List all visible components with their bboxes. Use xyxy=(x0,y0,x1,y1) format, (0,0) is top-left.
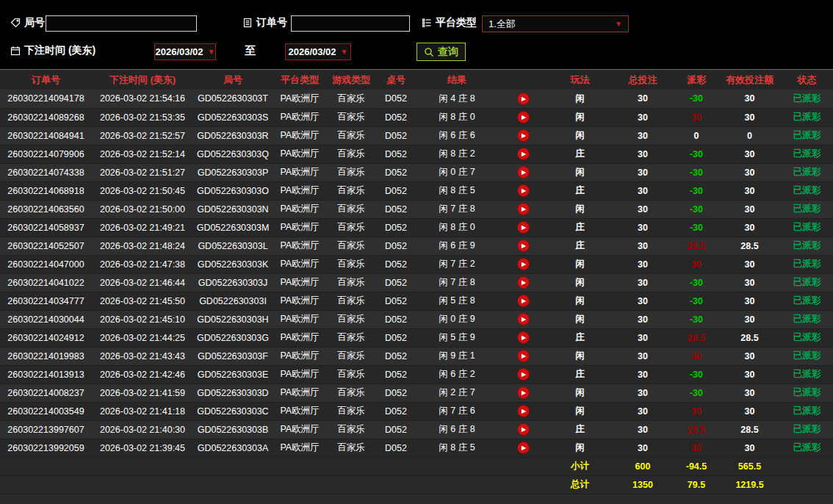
cell-play: 闲 xyxy=(549,310,611,328)
cell-order: 260302214074338 xyxy=(0,163,92,181)
cell-platform: PA欧洲厅 xyxy=(273,402,327,420)
cell-table-no: D052 xyxy=(375,384,416,402)
cell-platform: PA欧洲厅 xyxy=(273,255,327,273)
subtotal-label: 小计 xyxy=(549,457,611,475)
cell-total-bet: 30 xyxy=(611,145,674,163)
cell-status: 已派彩 xyxy=(781,402,833,420)
cell-payout: 0 xyxy=(674,126,718,145)
grand-total-label: 总计 xyxy=(549,475,611,494)
records-tbody: 2603022140941782026-03-02 21:54:16GD0522… xyxy=(0,90,833,457)
column-header: 桌号 xyxy=(375,70,416,90)
replay-button[interactable]: ▶ xyxy=(517,166,530,179)
date-to-picker[interactable]: 2026/03/02 ▼ xyxy=(285,43,351,60)
cell-round: GD0522630303M xyxy=(193,218,273,237)
grand-total-total-bet: 1350 xyxy=(611,475,674,494)
record-row: 2603022140635602026-03-02 21:50:00GD0522… xyxy=(0,200,833,218)
cell-table-no: D052 xyxy=(375,310,416,328)
subtotal-row: 小计 600 -94.5 565.5 xyxy=(0,457,833,475)
cell-round: GD0522630303A xyxy=(193,439,273,457)
chevron-down-icon: ▼ xyxy=(208,48,215,56)
replay-button[interactable]: ▶ xyxy=(517,111,530,123)
cell-table-no: D052 xyxy=(375,181,416,200)
chevron-down-icon: ▼ xyxy=(341,48,348,56)
date-to-value: 2026/03/02 xyxy=(289,46,336,57)
cell-result: 闲 4 庄 8 xyxy=(416,90,497,108)
date-from-picker[interactable]: 2026/03/02 ▼ xyxy=(154,43,216,60)
replay-button[interactable]: ▶ xyxy=(517,203,530,215)
cell-valid-bet: 28.5 xyxy=(718,328,781,347)
cell-game: 百家乐 xyxy=(327,218,375,237)
order-number-input[interactable] xyxy=(291,15,410,32)
replay-cell: ▶ xyxy=(497,292,549,310)
cell-platform: PA欧洲厅 xyxy=(273,218,327,237)
record-row: 2603022140892682026-03-02 21:53:35GD0522… xyxy=(0,108,833,126)
replay-button[interactable]: ▶ xyxy=(517,331,530,344)
cell-valid-bet: 30 xyxy=(718,218,781,237)
replay-button[interactable]: ▶ xyxy=(517,240,530,252)
query-button[interactable]: 查询 xyxy=(416,43,466,61)
cell-payout: 28.5 xyxy=(674,237,718,255)
replay-button[interactable]: ▶ xyxy=(517,442,530,454)
replay-button[interactable]: ▶ xyxy=(517,423,530,436)
cell-table-no: D052 xyxy=(375,439,416,457)
replay-button[interactable]: ▶ xyxy=(517,221,530,234)
header-row: 订单号下注时间 (美东)局号平台类型游戏类型桌号结果玩法总投注派彩有效投注额状态 xyxy=(0,70,833,90)
cell-play: 闲 xyxy=(549,292,611,310)
replay-button[interactable]: ▶ xyxy=(517,313,530,325)
cell-valid-bet: 30 xyxy=(718,402,781,420)
replay-button[interactable]: ▶ xyxy=(517,405,530,417)
replay-button[interactable]: ▶ xyxy=(517,368,530,381)
cell-valid-bet: 30 xyxy=(718,347,781,365)
cell-status: 已派彩 xyxy=(781,420,833,439)
cell-order: 260302214084941 xyxy=(0,126,92,145)
replay-cell: ▶ xyxy=(497,237,549,255)
cell-order: 260302214094178 xyxy=(0,90,92,108)
cell-result: 闲 6 庄 8 xyxy=(416,420,497,439)
cell-round: GD0522630303R xyxy=(193,126,273,145)
cell-game: 百家乐 xyxy=(327,402,375,420)
cell-round: GD0522630303O xyxy=(193,181,273,200)
search-icon xyxy=(424,47,434,57)
cell-time: 2026-03-02 21:48:24 xyxy=(92,237,193,255)
cell-table-no: D052 xyxy=(375,255,416,273)
column-header: 下注时间 (美东) xyxy=(92,70,193,90)
cell-payout: 30 xyxy=(674,255,718,273)
cell-payout: -30 xyxy=(674,90,718,108)
record-row: 2603022140849412026-03-02 21:52:57GD0522… xyxy=(0,126,833,145)
cell-order: 260302213997607 xyxy=(0,420,92,439)
cell-game: 百家乐 xyxy=(327,439,375,457)
cell-status: 已派彩 xyxy=(781,145,833,163)
replay-button[interactable]: ▶ xyxy=(517,93,530,105)
replay-button[interactable]: ▶ xyxy=(517,276,530,289)
column-header xyxy=(497,70,549,90)
record-row: 2603022140082372026-03-02 21:41:59GD0522… xyxy=(0,384,833,402)
date-to-separator: 至 xyxy=(245,44,256,58)
date-from-value: 2026/03/02 xyxy=(156,46,203,57)
bet-time-label: 下注时间 (美东) xyxy=(10,44,95,57)
cell-time: 2026-03-02 21:41:18 xyxy=(92,402,193,420)
cell-total-bet: 30 xyxy=(611,292,674,310)
replay-button[interactable]: ▶ xyxy=(517,295,530,307)
replay-button[interactable]: ▶ xyxy=(517,148,530,160)
cell-platform: PA欧洲厅 xyxy=(273,145,327,163)
cell-game: 百家乐 xyxy=(327,237,375,255)
replay-button[interactable]: ▶ xyxy=(517,386,530,399)
replay-button[interactable]: ▶ xyxy=(517,350,530,362)
cell-order: 260302214013913 xyxy=(0,365,92,384)
cell-table-no: D052 xyxy=(375,402,416,420)
record-row: 2603022140199832026-03-02 21:43:43GD0522… xyxy=(0,347,833,365)
platform-type-select[interactable]: 1.全部 ▼ xyxy=(482,15,629,32)
record-row: 2603022140139132026-03-02 21:42:46GD0522… xyxy=(0,365,833,384)
record-row: 2603022140589372026-03-02 21:49:21GD0522… xyxy=(0,218,833,237)
record-row: 2603022140525072026-03-02 21:48:24GD0522… xyxy=(0,237,833,255)
replay-button[interactable]: ▶ xyxy=(517,258,530,270)
cell-table-no: D052 xyxy=(375,200,416,218)
round-number-input[interactable] xyxy=(46,15,197,32)
replay-button[interactable]: ▶ xyxy=(517,129,530,142)
cell-valid-bet: 30 xyxy=(718,384,781,402)
platform-type-selected-value: 1.全部 xyxy=(488,18,516,31)
replay-button[interactable]: ▶ xyxy=(517,184,530,197)
cell-game: 百家乐 xyxy=(327,181,375,200)
cell-play: 闲 xyxy=(549,163,611,181)
cell-valid-bet: 30 xyxy=(718,200,781,218)
